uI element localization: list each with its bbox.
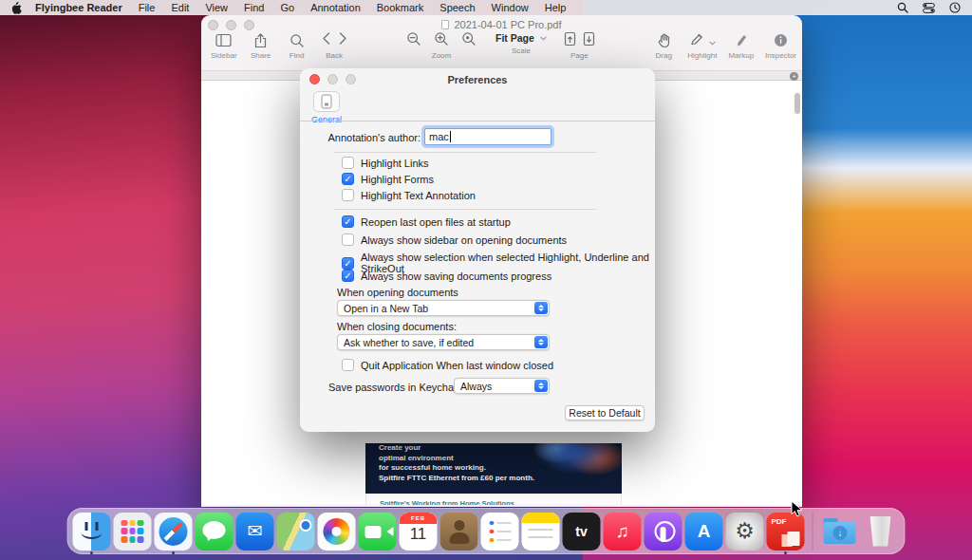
menu-item-edit[interactable]: Edit [171, 2, 189, 13]
menu-item-annotation[interactable]: Annotation [310, 2, 361, 13]
messages-icon [196, 513, 234, 551]
closing-documents-select[interactable]: Ask whether to save, if edited [337, 334, 550, 350]
menu-item-bookmark[interactable]: Bookmark [377, 2, 424, 13]
forward-button[interactable] [338, 31, 348, 49]
dock-item-messages[interactable] [196, 513, 234, 551]
advert-lower: Spitfire's Working from Home Solutions W… [365, 494, 622, 505]
inspector-button[interactable]: Inspector [765, 31, 796, 60]
menu-item-go[interactable]: Go [280, 2, 294, 13]
checkbox[interactable] [342, 173, 354, 185]
dock-item-launchpad[interactable] [114, 513, 152, 551]
tab-general[interactable]: General [309, 91, 344, 124]
preferences-window: Preferences General Annotation's author:… [300, 68, 655, 432]
zoom-out-button[interactable] [406, 31, 421, 50]
pdf-page-advert: Create your optimal environment for succ… [365, 443, 622, 505]
checkbox-row-reopen-files[interactable]: Reopen last open files at startup [342, 215, 511, 228]
dock-item-finder[interactable] [73, 513, 111, 551]
dock-item-notes[interactable] [522, 513, 560, 551]
dock-item-mail[interactable]: ✉ [236, 513, 274, 551]
page-up-button[interactable] [564, 31, 576, 50]
drag-button[interactable]: Drag [651, 31, 676, 60]
general-tab-icon [313, 91, 340, 112]
checkbox-row-quit-application[interactable]: Quit Application When last window closed [342, 359, 553, 371]
running-indicator [172, 551, 175, 554]
share-icon [253, 31, 268, 49]
dock-item-trash[interactable] [862, 513, 900, 551]
dock-divider [813, 513, 813, 551]
dock-item-downloads[interactable]: ↓ [821, 513, 859, 551]
menu-item-find[interactable]: Find [244, 2, 264, 13]
finder-icon [73, 513, 111, 551]
dock-item-tv[interactable]: tv [563, 513, 601, 551]
zoom-in-button[interactable] [434, 31, 449, 50]
back-button[interactable] [321, 31, 331, 49]
markup-button[interactable]: Markup [728, 31, 754, 60]
pdf-label: PDF [772, 517, 787, 526]
menu-item-app[interactable]: Flyingbee Reader [35, 2, 122, 13]
dock-item-reminders[interactable] [481, 513, 519, 551]
dock-item-photos[interactable] [318, 513, 356, 551]
clock-icon[interactable] [949, 2, 961, 13]
zoom-group: Zoom [406, 31, 477, 60]
highlight-dropdown-button[interactable] [709, 32, 716, 49]
dock-item-appstore[interactable]: A [685, 513, 723, 551]
checkbox[interactable] [342, 270, 354, 282]
checkbox-label: Quit Application When last window closed [361, 360, 553, 371]
dock-item-facetime[interactable] [359, 513, 397, 551]
checkbox-label: Always show saving documents progress [361, 271, 551, 282]
checkbox[interactable] [342, 233, 354, 246]
dock-item-music[interactable]: ♫ [604, 513, 642, 551]
checkbox-row-highlight-forms[interactable]: Highlight Forms [342, 173, 434, 185]
checkbox-row-show-sidebar[interactable]: Always show sidebar on opening documents [342, 233, 567, 246]
opening-documents-select[interactable]: Open in a New Tab [337, 300, 550, 316]
menu-item-speech[interactable]: Speech [439, 2, 475, 13]
checkbox[interactable] [342, 189, 354, 201]
dialog-title: Preferences [300, 74, 655, 85]
author-input[interactable]: mac [424, 128, 551, 145]
checkbox-row-highlight-links[interactable]: Highlight Links [342, 157, 429, 169]
scrollbar-thumb[interactable] [794, 93, 800, 114]
advert-hero: Create your optimal environment for succ… [365, 443, 622, 494]
control-center-icon[interactable] [923, 3, 935, 13]
checkbox[interactable] [342, 215, 354, 228]
scale-select[interactable]: Fit Page [490, 31, 552, 45]
checkbox[interactable] [342, 157, 354, 169]
share-button[interactable]: Share [249, 31, 273, 60]
reset-to-default-button[interactable]: Reset to Default [565, 405, 645, 420]
select-value: Always [460, 381, 492, 392]
page-shape [788, 532, 800, 546]
dock-item-system-preferences[interactable]: ⚙ [726, 513, 764, 551]
apple-tv-icon: tv [563, 513, 601, 551]
highlight-button[interactable] [689, 31, 704, 49]
keychain-label: Save passwords in Keychain: [328, 382, 465, 393]
checkbox[interactable] [342, 257, 354, 270]
apple-menu[interactable] [11, 2, 22, 14]
page-down-button[interactable] [583, 31, 595, 50]
checkbox[interactable] [342, 359, 354, 371]
contacts-icon [440, 513, 478, 551]
facetime-icon [359, 513, 397, 551]
sidebar-button[interactable]: Sidebar [211, 31, 237, 60]
checkbox-row-highlight-text-annotation[interactable]: Highlight Text Annotation [342, 189, 476, 201]
dock-item-calendar[interactable]: FEB 11 [400, 513, 438, 551]
advert-heading: Spitfire's Working from Home Solutions [366, 494, 621, 505]
add-tab-button[interactable]: + [790, 72, 798, 81]
find-icon [290, 31, 305, 49]
keychain-select[interactable]: Always [454, 378, 550, 394]
dock-item-podcasts[interactable] [645, 513, 682, 551]
menu-item-file[interactable]: File [139, 2, 156, 13]
menu-item-view[interactable]: View [205, 2, 228, 13]
dock-item-contacts[interactable] [440, 513, 478, 551]
dock-item-maps[interactable] [277, 513, 315, 551]
menu-item-window[interactable]: Window [492, 2, 529, 13]
find-button[interactable]: Find [285, 31, 309, 60]
zoom-fit-button[interactable] [461, 31, 477, 50]
checkbox-label: Highlight Links [361, 158, 429, 169]
spotlight-icon[interactable] [897, 2, 908, 13]
checkbox-row-saving-progress[interactable]: Always show saving documents progress [342, 270, 551, 282]
divider [300, 121, 655, 121]
stepper-icon [534, 302, 548, 314]
menu-item-help[interactable]: Help [545, 2, 567, 13]
running-indicator [784, 551, 787, 554]
dock-item-safari[interactable] [155, 513, 193, 551]
